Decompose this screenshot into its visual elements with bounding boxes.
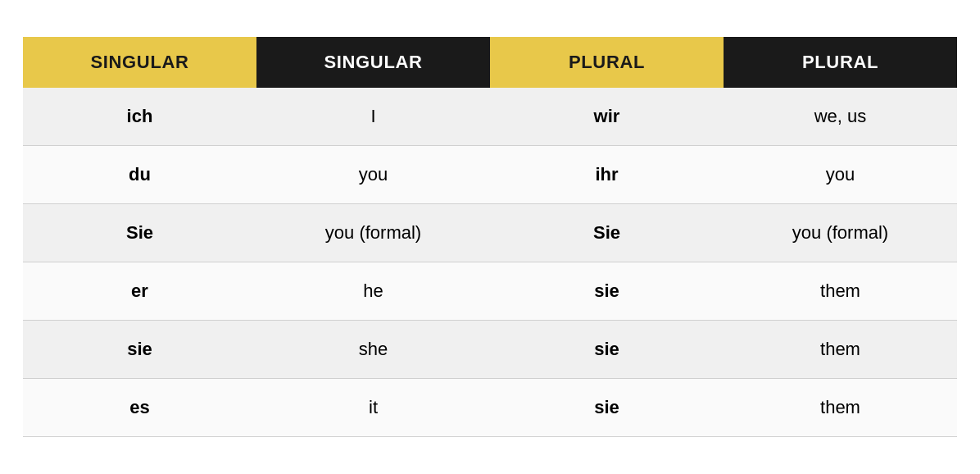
cell-row0-col0: ich <box>23 88 256 146</box>
cell-row5-col1: it <box>256 379 490 437</box>
cell-row4-col1: she <box>256 321 490 379</box>
cell-row2-col1: you (formal) <box>256 204 490 262</box>
cell-row5-col3: them <box>724 379 957 437</box>
cell-row2-col2: Sie <box>490 204 724 262</box>
header-plural-dark: PLURAL <box>724 37 957 88</box>
cell-row2-col3: you (formal) <box>724 204 957 262</box>
cell-row3-col0: er <box>23 262 256 321</box>
cell-row4-col0: sie <box>23 321 256 379</box>
cell-row1-col0: du <box>23 146 256 204</box>
cell-row0-col3: we, us <box>724 88 957 146</box>
cell-row5-col2: sie <box>490 379 724 437</box>
cell-row4-col2: sie <box>490 321 724 379</box>
cell-row3-col2: sie <box>490 262 724 321</box>
header-row: SINGULAR SINGULAR PLURAL PLURAL <box>23 37 957 88</box>
cell-row3-col3: them <box>724 262 957 321</box>
cell-row1-col1: you <box>256 146 490 204</box>
cell-row2-col0: Sie <box>23 204 256 262</box>
table-row: duyouihryou <box>23 146 957 204</box>
cell-row1-col2: ihr <box>490 146 724 204</box>
cell-row3-col1: he <box>256 262 490 321</box>
cell-row5-col0: es <box>23 379 256 437</box>
cell-row0-col2: wir <box>490 88 724 146</box>
table-row: ichIwirwe, us <box>23 88 957 146</box>
table-row: Sieyou (formal)Sieyou (formal) <box>23 204 957 262</box>
header-singular-dark: SINGULAR <box>256 37 490 88</box>
pronoun-table-container: SINGULAR SINGULAR PLURAL PLURAL ichIwirw… <box>23 37 957 437</box>
table-row: esitsiethem <box>23 379 957 437</box>
table-row: sieshesiethem <box>23 321 957 379</box>
table-row: erhesiethem <box>23 262 957 321</box>
cell-row4-col3: them <box>724 321 957 379</box>
header-plural-gold: PLURAL <box>490 37 724 88</box>
pronoun-table: SINGULAR SINGULAR PLURAL PLURAL ichIwirw… <box>23 37 957 437</box>
cell-row1-col3: you <box>724 146 957 204</box>
header-singular-gold: SINGULAR <box>23 37 256 88</box>
cell-row0-col1: I <box>256 88 490 146</box>
